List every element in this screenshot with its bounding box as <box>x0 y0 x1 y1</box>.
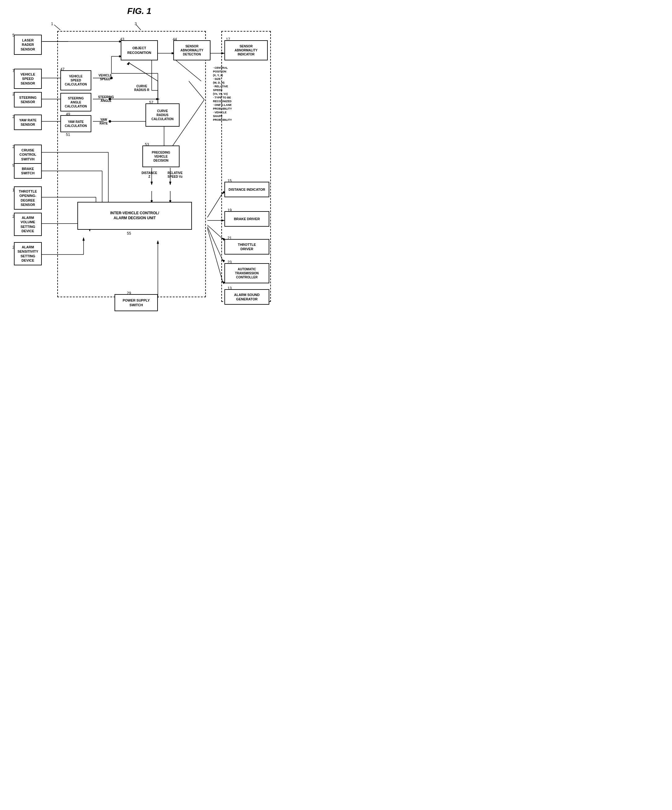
throttle-driver-label: THROTTLE DRIVER <box>238 243 256 251</box>
object-recognition-box: OBJECT RECOGNITION <box>121 40 158 61</box>
object-recognition-label: OBJECT RECOGNITION <box>127 46 152 55</box>
vehicle-speed-sensor-label: VEHICLE SPEED SENSOR <box>20 72 35 86</box>
power-supply-label: POWER SUPPLY SWITCH <box>123 298 150 307</box>
ref-55: 55 <box>127 231 131 236</box>
throttle-driver-box: THROTTLE DRIVER <box>224 239 269 255</box>
alarm-volume-label: ALARM VOLUME SETTING DEVICE <box>20 216 35 233</box>
preceding-vehicle-box: PRECEDING VEHICLE DECISION <box>142 145 180 167</box>
brake-driver-label: BRAKE DRIVER <box>234 217 260 221</box>
yaw-rate-calc-label: YAW RATE CALCULATION <box>65 120 87 128</box>
distance-z-label: DISTANCE Z <box>141 171 158 178</box>
svg-line-73 <box>207 227 223 261</box>
svg-line-67 <box>207 192 223 218</box>
object-properties-label: · CENTRAL POSITION (X, Y, Z) · SIZE (W, … <box>213 66 253 122</box>
vehicle-speed-sensor-box: VEHICLE SPEED SENSOR <box>14 69 42 89</box>
alarm-volume-box: ALARM VOLUME SETTING DEVICE <box>14 213 42 236</box>
auto-transmission-label: AUTOMATIC TRANSMISSION CONTROLLER <box>235 267 259 279</box>
inter-vehicle-control-box: INTER-VEHICLE CONTROL/ ALARM DECISION UN… <box>77 202 192 230</box>
auto-transmission-box: AUTOMATIC TRANSMISSION CONTROLLER <box>224 263 269 284</box>
yaw-rate-sensor-box: YAW RATE SENSOR <box>14 115 42 130</box>
yaw-rate-label: YAW RATE <box>94 118 113 125</box>
laser-radar-sensor-box: LASER RADER SENSOR <box>14 35 42 55</box>
steering-angle-label: STEERING ANGLE <box>94 95 118 103</box>
alarm-sound-box: ALARM SOUND GENERATOR <box>224 289 269 305</box>
cruise-control-box: CRUISE CONTROL SWITVH <box>14 145 42 165</box>
yaw-rate-calc-box: YAW RATE CALCULATION <box>61 115 91 132</box>
brake-switch-label: BRAKE SWITCH <box>21 167 34 176</box>
svg-line-71 <box>207 225 223 239</box>
diagram: 1 3 5 7 27 28 26 9 11 24 25 LASER RADER … <box>6 19 273 322</box>
page: FIG. 1 <box>0 0 279 334</box>
curve-radius-calc-box: CURVE RADIUS CALCULATION <box>145 103 180 127</box>
power-supply-box: POWER SUPPLY SWITCH <box>115 294 158 311</box>
steering-sensor-label: STEERING SENSOR <box>19 95 37 105</box>
ref-51: 51 <box>66 133 70 137</box>
svg-line-1 <box>136 25 141 30</box>
svg-line-75 <box>207 228 223 282</box>
alarm-sound-label: ALARM SOUND GENERATOR <box>234 293 260 302</box>
svg-line-0 <box>54 25 61 30</box>
distance-indicator-box: DISTANCE INDICATOR <box>224 182 269 197</box>
sensor-abnormality-detection-box: SENSOR ABNORMALITY DETECTION <box>173 40 211 61</box>
steering-angle-calc-box: STEERING ANGLE CALCULATION <box>61 93 91 111</box>
steering-angle-calc-label: STEERING ANGLE CALCULATION <box>65 96 87 108</box>
fig-title: FIG. 1 <box>6 6 273 16</box>
sensor-abnormality-indicator-box: SENSOR ABNORMALITY INDICATOR <box>224 40 268 61</box>
throttle-sensor-box: THROTTLE OPENING- DEGREE SENSOR <box>14 186 42 209</box>
vehicle-speed-calc-box: VEHICLE SPEED CALCULATION <box>61 70 91 90</box>
ref-1: 1 <box>51 22 53 26</box>
vehicle-speed-calc-label: VEHICLE SPEED CALCULATION <box>65 74 87 86</box>
curve-radius-calc-label: CURVE RADIUS CALCULATION <box>152 109 173 121</box>
brake-switch-box: BRAKE SWITCH <box>14 163 42 179</box>
sensor-abnormality-detection-label: SENSOR ABNORMALITY DETECTION <box>180 44 203 56</box>
cruise-control-label: CRUISE CONTROL SWITVH <box>20 148 36 161</box>
sensor-abnormality-indicator-label: SENSOR ABNORMALITY INDICATOR <box>235 44 258 56</box>
throttle-sensor-label: THROTTLE OPENING- DEGREE SENSOR <box>19 189 37 207</box>
curve-radius-r-label: CURVE RADIUS R <box>130 84 154 92</box>
vehicle-speed-label: VEHICLE SPEED <box>94 73 116 81</box>
alarm-sensitivity-box: ALARM SENSITIVITY SETTING DEVICE <box>14 242 42 265</box>
brake-driver-box: BRAKE DRIVER <box>224 211 269 227</box>
ref-3: 3 <box>135 22 137 26</box>
inter-vehicle-control-label: INTER-VEHICLE CONTROL/ ALARM DECISION UN… <box>110 211 159 221</box>
relative-speed-vz-label: RELATIVE SPEED Vz <box>162 171 188 178</box>
preceding-vehicle-label: PRECEDING VEHICLE DECISION <box>152 150 170 162</box>
steering-sensor-box: STEERING SENSOR <box>14 92 42 108</box>
laser-radar-sensor-label: LASER RADER SENSOR <box>21 38 35 51</box>
yaw-rate-sensor-label: YAW RATE SENSOR <box>19 118 37 127</box>
alarm-sensitivity-label: ALARM SENSITIVITY SETTING DEVICE <box>17 245 38 263</box>
distance-indicator-label: DISTANCE INDICATOR <box>229 187 265 192</box>
